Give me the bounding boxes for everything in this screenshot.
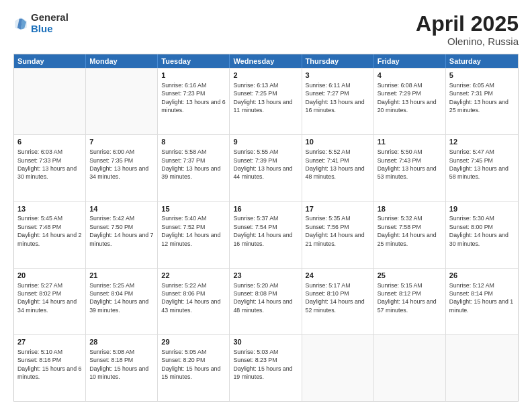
day-detail: Sunrise: 5:22 AM Sunset: 8:06 PM Dayligh… <box>161 282 220 314</box>
calendar-cell: 17Sunrise: 5:35 AM Sunset: 7:56 PM Dayli… <box>302 202 374 268</box>
day-detail: Sunrise: 6:13 AM Sunset: 7:25 PM Dayligh… <box>233 82 292 113</box>
calendar-body: 1Sunrise: 6:16 AM Sunset: 7:23 PM Daylig… <box>14 68 518 401</box>
day-number: 29 <box>161 337 226 347</box>
day-number: 26 <box>449 271 515 281</box>
day-number: 10 <box>306 137 370 147</box>
calendar-cell: 9Sunrise: 5:55 AM Sunset: 7:39 PM Daylig… <box>230 135 302 201</box>
day-number: 24 <box>306 271 370 281</box>
logo-text: General Blue <box>31 12 69 34</box>
day-number: 9 <box>233 137 298 147</box>
page: General Blue April 2025 Olenino, Russia … <box>0 0 532 411</box>
calendar-cell: 16Sunrise: 5:37 AM Sunset: 7:54 PM Dayli… <box>230 202 302 268</box>
day-number: 27 <box>17 337 82 347</box>
day-detail: Sunrise: 5:27 AM Sunset: 8:02 PM Dayligh… <box>17 282 77 314</box>
day-number: 17 <box>306 204 370 214</box>
day-detail: Sunrise: 5:30 AM Sunset: 8:00 PM Dayligh… <box>449 215 508 246</box>
calendar-cell: 30Sunrise: 5:03 AM Sunset: 8:23 PM Dayli… <box>230 335 302 401</box>
day-detail: Sunrise: 5:15 AM Sunset: 8:12 PM Dayligh… <box>378 282 437 314</box>
day-number: 1 <box>161 71 226 81</box>
day-number: 16 <box>233 204 298 214</box>
calendar-row: 27Sunrise: 5:10 AM Sunset: 8:16 PM Dayli… <box>14 334 518 401</box>
calendar-cell: 26Sunrise: 5:12 AM Sunset: 8:14 PM Dayli… <box>446 269 518 334</box>
day-number: 13 <box>17 204 82 214</box>
calendar-cell: 6Sunrise: 6:03 AM Sunset: 7:33 PM Daylig… <box>14 135 86 201</box>
calendar-cell: 14Sunrise: 5:42 AM Sunset: 7:50 PM Dayli… <box>86 202 158 268</box>
day-number: 15 <box>161 204 226 214</box>
cal-header-cell: Tuesday <box>158 54 230 68</box>
day-detail: Sunrise: 5:35 AM Sunset: 7:56 PM Dayligh… <box>306 215 365 246</box>
cal-header-cell: Wednesday <box>230 54 302 68</box>
calendar-cell: 15Sunrise: 5:40 AM Sunset: 7:52 PM Dayli… <box>158 202 230 268</box>
day-detail: Sunrise: 5:52 AM Sunset: 7:41 PM Dayligh… <box>306 148 365 180</box>
day-number: 20 <box>17 271 82 281</box>
day-number: 30 <box>233 337 298 347</box>
calendar-cell: 4Sunrise: 6:08 AM Sunset: 7:29 PM Daylig… <box>374 68 446 134</box>
calendar-row: 1Sunrise: 6:16 AM Sunset: 7:23 PM Daylig… <box>14 68 518 134</box>
day-number: 18 <box>378 204 442 214</box>
day-detail: Sunrise: 6:00 AM Sunset: 7:35 PM Dayligh… <box>89 148 148 180</box>
title-location: Olenino, Russia <box>416 36 519 47</box>
calendar-cell: 21Sunrise: 5:25 AM Sunset: 8:04 PM Dayli… <box>86 269 158 334</box>
day-detail: Sunrise: 5:50 AM Sunset: 7:43 PM Dayligh… <box>378 148 437 180</box>
calendar-cell: 3Sunrise: 6:11 AM Sunset: 7:27 PM Daylig… <box>302 68 374 134</box>
day-detail: Sunrise: 6:16 AM Sunset: 7:23 PM Dayligh… <box>161 82 225 113</box>
header: General Blue April 2025 Olenino, Russia <box>13 12 519 47</box>
calendar: SundayMondayTuesdayWednesdayThursdayFrid… <box>13 54 519 402</box>
day-number: 21 <box>89 271 154 281</box>
day-detail: Sunrise: 6:05 AM Sunset: 7:31 PM Dayligh… <box>449 82 508 113</box>
day-detail: Sunrise: 6:11 AM Sunset: 7:27 PM Dayligh… <box>306 82 365 113</box>
day-detail: Sunrise: 5:40 AM Sunset: 7:52 PM Dayligh… <box>161 215 220 246</box>
day-detail: Sunrise: 5:58 AM Sunset: 7:37 PM Dayligh… <box>161 148 220 180</box>
day-detail: Sunrise: 6:08 AM Sunset: 7:29 PM Dayligh… <box>378 82 437 113</box>
day-number: 3 <box>306 71 370 81</box>
day-number: 11 <box>378 137 442 147</box>
day-number: 23 <box>233 271 298 281</box>
day-detail: Sunrise: 5:42 AM Sunset: 7:50 PM Dayligh… <box>89 215 153 246</box>
calendar-cell <box>14 68 86 134</box>
logo: General Blue <box>13 12 69 34</box>
calendar-row: 13Sunrise: 5:45 AM Sunset: 7:48 PM Dayli… <box>14 201 518 268</box>
calendar-cell: 25Sunrise: 5:15 AM Sunset: 8:12 PM Dayli… <box>374 269 446 334</box>
day-detail: Sunrise: 5:25 AM Sunset: 8:04 PM Dayligh… <box>89 282 148 314</box>
cal-header-cell: Friday <box>374 54 446 68</box>
calendar-cell: 24Sunrise: 5:17 AM Sunset: 8:10 PM Dayli… <box>302 269 374 334</box>
calendar-cell: 20Sunrise: 5:27 AM Sunset: 8:02 PM Dayli… <box>14 269 86 334</box>
day-detail: Sunrise: 6:03 AM Sunset: 7:33 PM Dayligh… <box>17 148 77 180</box>
day-detail: Sunrise: 5:10 AM Sunset: 8:16 PM Dayligh… <box>17 349 81 380</box>
day-detail: Sunrise: 5:17 AM Sunset: 8:10 PM Dayligh… <box>306 282 365 314</box>
calendar-cell: 19Sunrise: 5:30 AM Sunset: 8:00 PM Dayli… <box>446 202 518 268</box>
calendar-cell: 2Sunrise: 6:13 AM Sunset: 7:25 PM Daylig… <box>230 68 302 134</box>
cal-header-cell: Thursday <box>302 54 374 68</box>
cal-header-cell: Monday <box>86 54 158 68</box>
calendar-cell <box>374 335 446 401</box>
cal-header-cell: Sunday <box>14 54 86 68</box>
day-detail: Sunrise: 5:45 AM Sunset: 7:48 PM Dayligh… <box>17 215 81 246</box>
calendar-cell: 7Sunrise: 6:00 AM Sunset: 7:35 PM Daylig… <box>86 135 158 201</box>
day-number: 14 <box>89 204 154 214</box>
calendar-row: 20Sunrise: 5:27 AM Sunset: 8:02 PM Dayli… <box>14 268 518 334</box>
day-number: 4 <box>378 71 442 81</box>
day-detail: Sunrise: 5:55 AM Sunset: 7:39 PM Dayligh… <box>233 148 292 180</box>
title-block: April 2025 Olenino, Russia <box>416 12 519 47</box>
title-month: April 2025 <box>416 12 519 36</box>
calendar-cell: 13Sunrise: 5:45 AM Sunset: 7:48 PM Dayli… <box>14 202 86 268</box>
calendar-header-row: SundayMondayTuesdayWednesdayThursdayFrid… <box>14 54 518 68</box>
day-number: 6 <box>17 137 82 147</box>
day-detail: Sunrise: 5:12 AM Sunset: 8:14 PM Dayligh… <box>449 282 513 314</box>
day-detail: Sunrise: 5:08 AM Sunset: 8:18 PM Dayligh… <box>89 349 148 380</box>
calendar-row: 6Sunrise: 6:03 AM Sunset: 7:33 PM Daylig… <box>14 134 518 201</box>
day-number: 19 <box>449 204 515 214</box>
calendar-cell: 1Sunrise: 6:16 AM Sunset: 7:23 PM Daylig… <box>158 68 230 134</box>
calendar-cell: 23Sunrise: 5:20 AM Sunset: 8:08 PM Dayli… <box>230 269 302 334</box>
day-number: 8 <box>161 137 226 147</box>
day-number: 22 <box>161 271 226 281</box>
calendar-cell <box>446 335 518 401</box>
calendar-cell <box>86 68 158 134</box>
calendar-cell: 8Sunrise: 5:58 AM Sunset: 7:37 PM Daylig… <box>158 135 230 201</box>
calendar-cell: 12Sunrise: 5:47 AM Sunset: 7:45 PM Dayli… <box>446 135 518 201</box>
day-number: 12 <box>449 137 515 147</box>
day-number: 28 <box>89 337 154 347</box>
day-number: 25 <box>378 271 442 281</box>
calendar-cell: 22Sunrise: 5:22 AM Sunset: 8:06 PM Dayli… <box>158 269 230 334</box>
calendar-cell: 5Sunrise: 6:05 AM Sunset: 7:31 PM Daylig… <box>446 68 518 134</box>
